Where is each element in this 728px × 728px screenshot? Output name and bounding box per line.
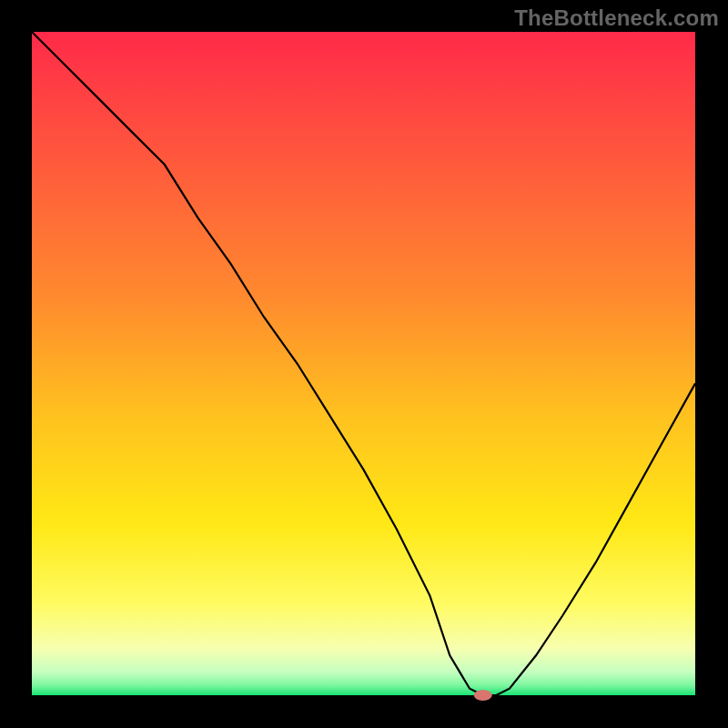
optimal-marker [474,690,492,701]
watermark-text: TheBottleneck.com [514,5,719,31]
bottleneck-chart [0,0,728,728]
chart-container: TheBottleneck.com [0,0,728,728]
